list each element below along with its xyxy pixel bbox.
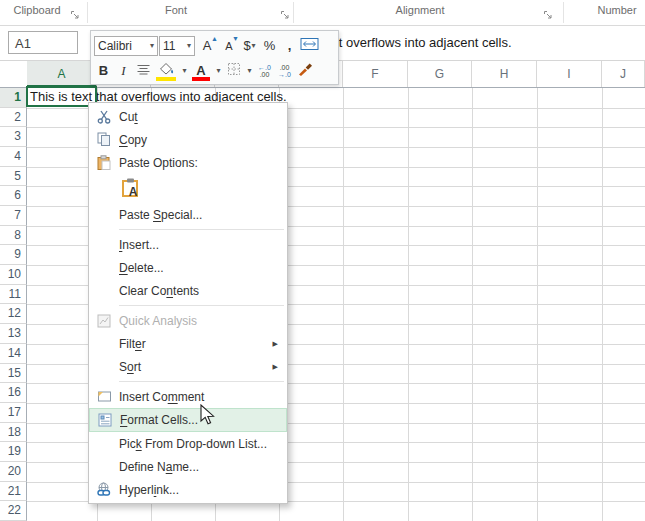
increase-decimal-icon: ←.0.00 [258, 64, 271, 78]
name-box[interactable]: A1 [8, 31, 78, 54]
clipboard-dialog-launcher-icon[interactable] [70, 7, 81, 18]
row-header-12[interactable]: 12 [0, 304, 27, 324]
row-header-21[interactable]: 21 [0, 482, 27, 502]
bold-button[interactable]: B [94, 60, 113, 82]
font-color-dropdown[interactable]: ▾ [213, 60, 223, 82]
row-header-3[interactable]: 3 [0, 127, 27, 147]
copy-icon [89, 132, 119, 147]
column-header-I[interactable]: I [537, 61, 602, 87]
row-header-11[interactable]: 11 [0, 285, 27, 305]
menu-item-paste-special[interactable]: Paste Special... [89, 203, 287, 226]
row-header-15[interactable]: 15 [0, 364, 27, 384]
menu-item-delete[interactable]: Delete... [89, 256, 287, 279]
row-header-17[interactable]: 17 [0, 403, 27, 423]
menu-item-format-cells[interactable]: Format Cells... [89, 408, 287, 432]
menu-item-sort[interactable]: Sort▶ [89, 355, 287, 378]
menu-item-quick-analysis: Quick Analysis [89, 309, 287, 332]
font-size-combo[interactable]: 11▾ [159, 36, 195, 56]
row-header-6[interactable]: 6 [0, 186, 27, 206]
merge-center-button[interactable] [300, 35, 319, 57]
selected-cell-a1[interactable] [26, 86, 97, 107]
menu-item-paste-options: Paste Options: [89, 151, 287, 174]
format-painter-icon [297, 62, 313, 79]
ribbon-group-number-label: Number [597, 4, 636, 16]
font-color-button[interactable]: A [190, 60, 212, 82]
row-header-10[interactable]: 10 [0, 265, 27, 285]
menu-item-label: Define Name... [119, 460, 287, 474]
menu-item-label: Quick Analysis [119, 314, 287, 328]
fill-color-dropdown[interactable]: ▾ [179, 60, 189, 82]
comma-style-button[interactable]: , [280, 35, 299, 57]
menu-item-label: Paste Options: [119, 156, 287, 170]
increase-decimal-button[interactable]: ←.0.00 [255, 60, 274, 82]
menu-item-label: Sort [119, 360, 273, 374]
center-align-icon [136, 63, 151, 78]
row-header-13[interactable]: 13 [0, 324, 27, 344]
menu-item-filter[interactable]: Filter▶ [89, 332, 287, 355]
paste-keep-source-formatting-button[interactable]: A [119, 176, 143, 202]
menu-item-label: Filter [119, 337, 273, 351]
chevron-down-icon: ▾ [247, 66, 251, 75]
svg-text:A: A [129, 185, 138, 198]
menu-item-clear-contents[interactable]: Clear Contents [89, 279, 287, 302]
row-header-2[interactable]: 2 [0, 108, 27, 128]
decrease-decimal-button[interactable]: .00→.0 [275, 60, 294, 82]
format-painter-button[interactable] [295, 60, 314, 82]
ribbon-separator [87, 2, 88, 23]
borders-button[interactable] [224, 60, 243, 82]
column-header-G[interactable]: G [408, 61, 472, 87]
menu-item-label: Hyperlink... [119, 483, 287, 497]
center-align-button[interactable] [134, 60, 153, 82]
row-header-4[interactable]: 4 [0, 147, 27, 167]
row-header-14[interactable]: 14 [0, 344, 27, 364]
column-header-A[interactable]: A [27, 61, 97, 87]
font-name-combo[interactable]: Calibri▾ [94, 36, 158, 56]
fill-color-swatch [156, 77, 176, 81]
alignment-dialog-launcher-icon[interactable] [543, 7, 554, 18]
insert-comment-icon [89, 390, 119, 403]
ribbon-group-strip: Clipboard Font Alignment Number [0, 0, 645, 26]
menu-item-insert[interactable]: Insert... [89, 233, 287, 256]
menu-item-hyperlink[interactable]: Hyperlink... [89, 478, 287, 501]
menu-item-cut[interactable]: Cut [89, 105, 287, 128]
mouse-cursor [200, 404, 220, 430]
ribbon-group-font-label: Font [165, 4, 187, 16]
grow-font-button[interactable]: A▲ [196, 35, 218, 57]
borders-dropdown[interactable]: ▾ [244, 60, 254, 82]
context-menu: CutCopyPaste Options:APaste Special...In… [88, 102, 288, 504]
row-header-9[interactable]: 9 [0, 245, 27, 265]
excel-window: Clipboard Font Alignment Number A1 This … [0, 0, 645, 521]
row-header-22[interactable]: 22 [0, 501, 27, 521]
font-dialog-launcher-icon[interactable] [280, 7, 291, 18]
italic-button[interactable]: I [114, 60, 133, 82]
menu-separator [119, 229, 284, 230]
accounting-format-button[interactable]: $▾ [240, 35, 259, 57]
ribbon-group-clipboard-label: Clipboard [13, 4, 60, 16]
shrink-font-icon: ▼ [232, 35, 239, 42]
menu-item-label: Insert Comment [119, 390, 287, 404]
column-header-J[interactable]: J [602, 61, 645, 87]
menu-item-define-name[interactable]: Define Name... [89, 455, 287, 478]
menu-paste-options-row: A [89, 174, 287, 203]
row-header-18[interactable]: 18 [0, 423, 27, 443]
paste-keep-source-formatting-icon: A [120, 177, 142, 201]
decrease-decimal-icon: .00→.0 [278, 64, 291, 78]
row-header-1[interactable]: 1 [0, 88, 27, 108]
menu-item-label: Clear Contents [119, 284, 287, 298]
font-color-swatch [192, 77, 210, 81]
fill-color-button[interactable] [154, 60, 178, 82]
shrink-font-button[interactable]: A▼ [219, 35, 239, 57]
row-header-19[interactable]: 19 [0, 442, 27, 462]
row-header-8[interactable]: 8 [0, 226, 27, 246]
column-header-H[interactable]: H [472, 61, 537, 87]
menu-item-insert-comment[interactable]: Insert Comment [89, 385, 287, 408]
menu-item-copy[interactable]: Copy [89, 128, 287, 151]
row-header-7[interactable]: 7 [0, 206, 27, 226]
row-header-20[interactable]: 20 [0, 462, 27, 482]
menu-item-pick-from-drop-down-list[interactable]: Pick From Drop-down List... [89, 432, 287, 455]
row-header-5[interactable]: 5 [0, 167, 27, 187]
percent-style-button[interactable]: % [260, 35, 279, 57]
row-header-16[interactable]: 16 [0, 383, 27, 403]
menu-item-label: Pick From Drop-down List... [119, 437, 287, 451]
column-header-F[interactable]: F [343, 61, 408, 87]
